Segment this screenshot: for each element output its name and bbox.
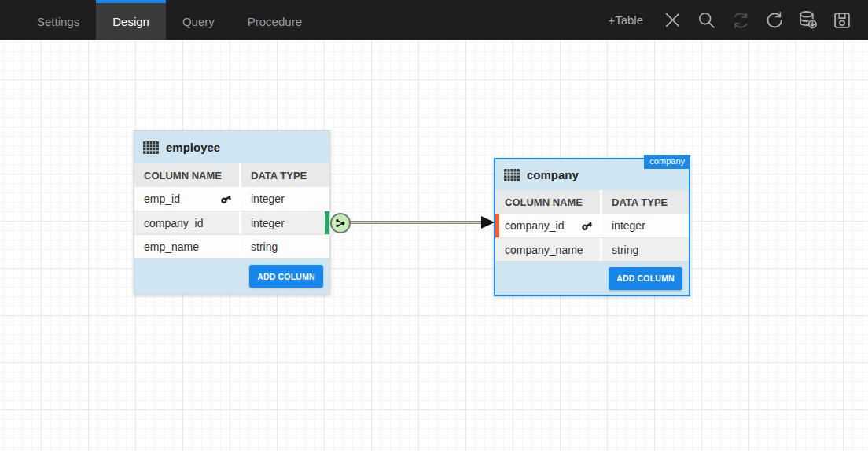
refresh-icon[interactable] [763,9,785,31]
column-name: emp_name [144,240,199,253]
table-name: company [527,168,579,182]
column-type: integer [602,214,689,237]
add-column-button[interactable]: ADD COLUMN [609,267,682,290]
col-header-name: COLUMN NAME [134,163,241,187]
tab-design[interactable]: Design [96,0,166,40]
column-type: integer [241,187,329,211]
relation-source-handle[interactable] [325,211,329,234]
col-header-type: DATA TYPE [241,163,329,187]
table-row[interactable]: company_id integer [134,211,329,234]
add-table-button[interactable]: +Table [608,13,643,27]
relation-node-icon[interactable] [330,213,351,233]
column-header-row: COLUMN NAME DATA TYPE [495,190,689,214]
column-name: company_name [505,244,583,256]
table-name: employee [166,141,220,154]
tab-settings[interactable]: Settings [20,0,96,40]
sync-icon [730,9,751,31]
toolbar-actions: +Table [608,0,868,40]
column-header-row: COLUMN NAME DATA TYPE [134,163,329,187]
relation-arrowhead [481,216,495,229]
add-column-button[interactable]: ADD COLUMN [249,265,323,288]
column-type: integer [241,211,329,234]
tab-query[interactable]: Query [166,0,231,40]
close-icon[interactable] [662,9,683,31]
table-row[interactable]: company_name string [495,237,689,261]
relation-line[interactable] [330,221,484,224]
column-name: emp_id [144,192,180,205]
database-export-icon[interactable] [797,9,818,31]
table-row[interactable]: emp_id integer [134,187,329,211]
tab-bar: Settings Design Query Procedure [0,0,318,40]
table-grid-icon [143,141,159,154]
save-icon[interactable] [831,9,852,31]
table-header-employee[interactable]: employee [134,131,329,163]
col-header-type: DATA TYPE [602,190,689,214]
col-header-name: COLUMN NAME [495,190,602,214]
column-type: string [602,238,689,261]
topbar: Settings Design Query Procedure +Table [0,0,868,40]
card-footer: ADD COLUMN [495,261,689,295]
column-name: company_id [144,217,204,229]
design-canvas[interactable]: employee COLUMN NAME DATA TYPE emp_id in… [0,40,868,451]
table-card-company[interactable]: company company COLUMN NAME DATA TYPE co… [494,158,690,296]
table-grid-icon [504,169,520,182]
relation-target-handle[interactable] [495,214,499,237]
column-name: company_id [505,219,565,232]
primary-key-icon [581,220,593,232]
primary-key-icon [220,193,232,205]
table-row[interactable]: emp_name string [134,234,329,258]
selected-table-badge: company [644,155,690,169]
search-icon[interactable] [696,9,717,31]
table-card-employee[interactable]: employee COLUMN NAME DATA TYPE emp_id in… [134,130,330,295]
card-footer: ADD COLUMN [134,258,329,294]
table-row[interactable]: company_id integer [495,214,689,237]
column-type: string [241,235,329,258]
tab-procedure[interactable]: Procedure [231,0,318,40]
